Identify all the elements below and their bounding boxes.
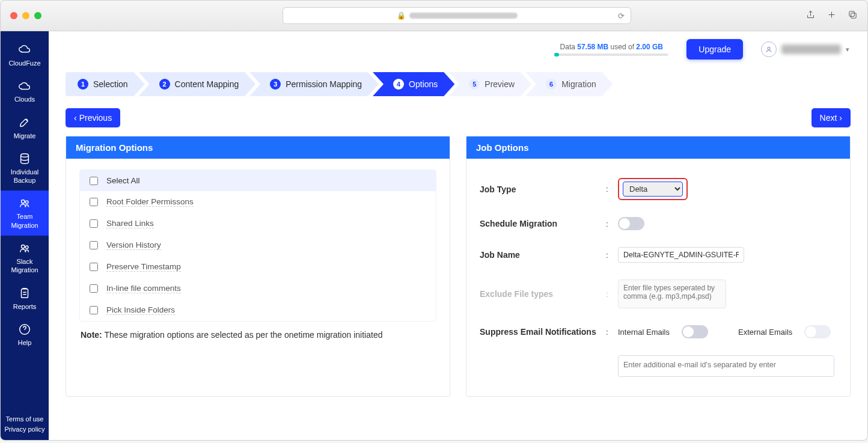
option-row[interactable]: Pick Inside Folders (80, 299, 436, 321)
browser-chrome: 🔒 ⟳ (0, 0, 868, 31)
reload-icon[interactable]: ⟳ (618, 11, 625, 20)
additional-emails-input[interactable] (618, 355, 834, 377)
option-checkbox[interactable] (90, 284, 98, 293)
migration-options-list: Select All Root Folder Permissons Shared… (79, 170, 436, 322)
svg-point-2 (21, 154, 29, 157)
migration-options-panel: Migration Options Select All Root Folder… (66, 136, 450, 397)
usage-bar (554, 53, 668, 56)
job-type-select[interactable]: Delta (623, 182, 683, 197)
previous-button[interactable]: ‹Previous (66, 108, 120, 127)
step-options[interactable]: 4Options (373, 72, 454, 96)
lock-icon: 🔒 (397, 11, 406, 20)
usage-prefix: Data (560, 43, 578, 51)
step-content-mapping[interactable]: 2Content Mapping (139, 72, 256, 96)
terms-link[interactable]: Terms of use (4, 414, 44, 424)
schedule-toggle[interactable] (618, 217, 644, 230)
select-all-row[interactable]: Select All (80, 170, 436, 191)
sidebar-item-label: Reports (3, 302, 46, 311)
topbar: Data 57.58 MB used of 2.00 GB Upgrade Ni… (49, 31, 867, 67)
option-checkbox[interactable] (90, 198, 98, 206)
step-permission-mapping[interactable]: 3Permission Mapping (249, 72, 379, 96)
browser-toolbar-icons (805, 10, 858, 22)
exclude-row: Exclude File types : (480, 271, 837, 317)
internal-emails-toggle[interactable] (682, 325, 708, 338)
usage-mid: used of (608, 43, 636, 51)
panel-title: Job Options (466, 136, 850, 159)
logo-icon (3, 43, 46, 57)
share-icon[interactable] (805, 10, 816, 22)
sidebar-item-label: Team Migration (3, 212, 46, 230)
usage-used: 57.58 MB (577, 43, 608, 51)
usage-meter: Data 57.58 MB used of 2.00 GB (554, 43, 668, 56)
svg-point-9 (768, 47, 770, 49)
option-checkbox[interactable] (90, 263, 98, 271)
sidebar-item-clouds[interactable]: Clouds (1, 73, 49, 109)
svg-rect-1 (851, 13, 857, 18)
option-row[interactable]: Version History (80, 234, 436, 256)
address-bar[interactable]: 🔒 ⟳ (283, 7, 631, 24)
svg-point-5 (22, 245, 25, 249)
option-checkbox[interactable] (90, 241, 98, 249)
additional-emails-row (480, 347, 837, 385)
option-label: Preserve Timestamp (106, 262, 181, 272)
option-checkbox[interactable] (90, 306, 98, 314)
job-name-row: Job Name : (480, 239, 837, 271)
svg-point-6 (25, 246, 28, 249)
sidebar-item-label: Migrate (3, 132, 46, 140)
svg-point-3 (22, 200, 25, 204)
option-row[interactable]: Preserve Timestamp (80, 256, 436, 278)
close-window-button[interactable] (10, 12, 17, 19)
sidebar-item-slack-migration[interactable]: Slack Migration (1, 236, 49, 281)
sidebar-item-help[interactable]: Help (1, 317, 49, 353)
rocket-icon (3, 116, 46, 129)
brand-label: CloudFuze (3, 59, 46, 67)
sidebar-item-reports[interactable]: Reports (1, 281, 49, 317)
panel-title: Migration Options (66, 136, 450, 159)
job-options-panel: Job Options Job Type : Delta (466, 136, 851, 397)
option-checkbox[interactable] (90, 219, 98, 228)
option-label: Root Folder Permissons (106, 197, 194, 207)
option-row[interactable]: Shared Links (80, 213, 436, 234)
clipboard-icon (3, 287, 46, 300)
migration-note: Note: These migration options are select… (79, 322, 436, 341)
privacy-link[interactable]: Privacy policy (4, 424, 44, 435)
step-preview[interactable]: 5Preview (448, 72, 531, 96)
team-icon (3, 197, 46, 210)
external-emails-toggle[interactable] (804, 325, 831, 338)
select-all-label: Select All (106, 176, 140, 185)
sidebar-item-label: Individual Backup (3, 168, 46, 185)
user-menu[interactable]: Nirosh Reddy ▾ (761, 41, 849, 57)
next-button[interactable]: Next› (811, 108, 851, 127)
step-migration[interactable]: 6Migration (525, 72, 613, 96)
select-all-checkbox[interactable] (90, 177, 98, 185)
sidebar-item-team-migration[interactable]: Team Migration (1, 191, 49, 236)
chevron-down-icon: ▾ (846, 46, 849, 53)
sidebar-brand[interactable]: CloudFuze (1, 37, 49, 73)
step-selection[interactable]: 1Selection (66, 72, 145, 96)
suppress-row: Suppress Email Notifications : Internal … (480, 317, 837, 347)
sidebar-item-label: Help (3, 338, 46, 347)
option-row[interactable]: In-line file comments (80, 278, 436, 299)
sidebar-item-label: Clouds (3, 95, 46, 103)
cloud-icon (3, 79, 46, 93)
sidebar-item-individual-backup[interactable]: Individual Backup (1, 146, 49, 191)
upgrade-button[interactable]: Upgrade (686, 39, 743, 60)
maximize-window-button[interactable] (34, 12, 41, 19)
exclude-input (618, 280, 726, 308)
window-controls (10, 12, 41, 19)
plus-icon[interactable] (827, 10, 837, 22)
internal-emails-label: Internal Emails (618, 328, 670, 337)
tabs-icon[interactable] (848, 10, 858, 22)
job-name-input[interactable] (618, 247, 744, 263)
svg-point-4 (25, 201, 28, 204)
chevron-left-icon: ‹ (74, 113, 77, 123)
avatar-icon (761, 41, 777, 57)
sidebar-item-migrate[interactable]: Migrate (1, 110, 49, 146)
database-icon (3, 152, 46, 165)
job-type-row: Job Type : Delta (480, 170, 837, 209)
minimize-window-button[interactable] (22, 12, 29, 19)
option-row[interactable]: Root Folder Permissons (80, 191, 436, 213)
sidebar-item-label: Slack Migration (3, 257, 46, 275)
wizard-steps: 1Selection 2Content Mapping 3Permission … (49, 67, 867, 105)
svg-rect-7 (22, 289, 28, 298)
